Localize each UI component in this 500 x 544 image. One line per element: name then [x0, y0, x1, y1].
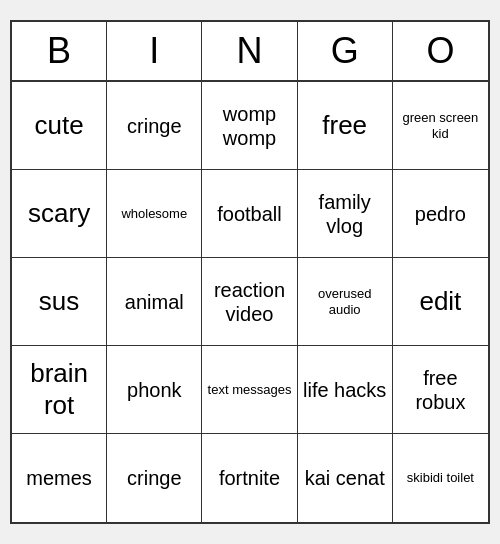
- bingo-cell-14: edit: [393, 258, 488, 346]
- bingo-cell-9: pedro: [393, 170, 488, 258]
- bingo-cell-8: family vlog: [298, 170, 393, 258]
- bingo-cell-19: free robux: [393, 346, 488, 434]
- bingo-cell-23: kai cenat: [298, 434, 393, 522]
- bingo-cell-3: free: [298, 82, 393, 170]
- bingo-cell-20: memes: [12, 434, 107, 522]
- bingo-cell-21: cringe: [107, 434, 202, 522]
- bingo-cell-18: life hacks: [298, 346, 393, 434]
- bingo-cell-1: cringe: [107, 82, 202, 170]
- bingo-cell-5: scary: [12, 170, 107, 258]
- bingo-cell-7: football: [202, 170, 297, 258]
- bingo-cell-11: animal: [107, 258, 202, 346]
- bingo-cell-4: green screen kid: [393, 82, 488, 170]
- bingo-cell-24: skibidi toilet: [393, 434, 488, 522]
- bingo-letter-i: I: [107, 22, 202, 80]
- bingo-grid: cutecringewomp wompfreegreen screen kids…: [12, 82, 488, 522]
- bingo-cell-10: sus: [12, 258, 107, 346]
- bingo-cell-16: phonk: [107, 346, 202, 434]
- bingo-cell-15: brain rot: [12, 346, 107, 434]
- bingo-letter-g: G: [298, 22, 393, 80]
- bingo-cell-0: cute: [12, 82, 107, 170]
- bingo-letter-o: O: [393, 22, 488, 80]
- bingo-card: BINGO cutecringewomp wompfreegreen scree…: [10, 20, 490, 524]
- bingo-cell-13: overused audio: [298, 258, 393, 346]
- bingo-cell-2: womp womp: [202, 82, 297, 170]
- bingo-letter-b: B: [12, 22, 107, 80]
- bingo-letter-n: N: [202, 22, 297, 80]
- bingo-cell-22: fortnite: [202, 434, 297, 522]
- bingo-cell-6: wholesome: [107, 170, 202, 258]
- bingo-cell-12: reaction video: [202, 258, 297, 346]
- bingo-header: BINGO: [12, 22, 488, 82]
- bingo-cell-17: text messages: [202, 346, 297, 434]
